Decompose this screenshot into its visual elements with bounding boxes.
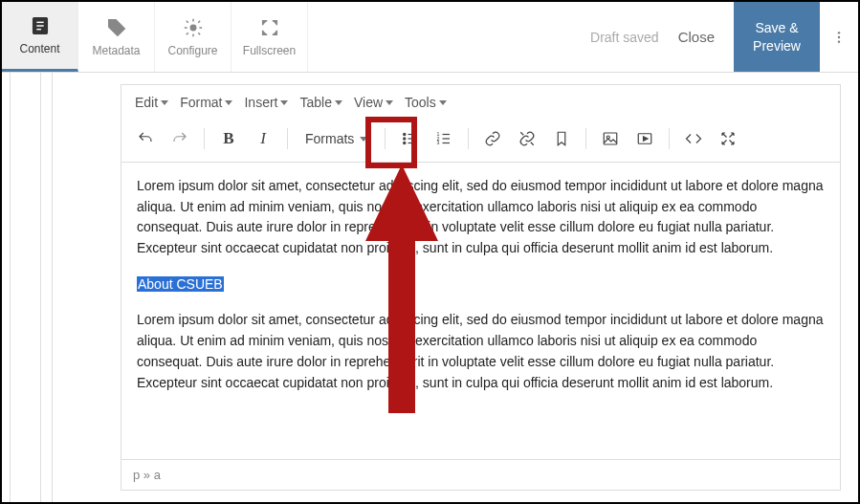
close-button[interactable]: Close: [678, 29, 715, 45]
more-menu-button[interactable]: [820, 2, 858, 72]
tab-fullscreen-label: Fullscreen: [243, 44, 296, 57]
separator: [585, 128, 586, 149]
menu-view[interactable]: View: [350, 93, 397, 112]
more-vert-icon: [831, 30, 847, 45]
anchor-button[interactable]: [547, 125, 576, 152]
menu-table[interactable]: Table: [296, 93, 345, 112]
link-icon: [484, 130, 501, 147]
undo-button[interactable]: [131, 125, 160, 152]
code-icon: [685, 130, 702, 147]
italic-button[interactable]: I: [249, 125, 277, 152]
svg-rect-23: [605, 133, 618, 144]
gutter-line: [52, 73, 53, 502]
paragraph: Lorem ipsum dolor sit amet, consectetur …: [137, 310, 825, 393]
bullet-list-icon: [401, 130, 418, 147]
svg-point-5: [190, 25, 196, 31]
paragraph: Lorem ipsum dolor sit amet, consectetur …: [137, 176, 825, 259]
unlink-icon: [518, 130, 536, 147]
svg-point-9: [404, 133, 406, 135]
top-toolbar: Content Metadata Configure Fullscreen Dr…: [2, 2, 858, 73]
number-list-button[interactable]: 123: [430, 125, 458, 152]
svg-point-6: [838, 32, 840, 33]
editor-panel: Edit Format Insert Table View Tools B I …: [121, 84, 841, 491]
editor-toolbar: B I Formats 123: [121, 120, 840, 163]
tab-configure-label: Configure: [167, 44, 217, 57]
image-icon: [602, 130, 619, 147]
svg-point-7: [838, 35, 840, 37]
tab-fullscreen[interactable]: Fullscreen: [232, 2, 308, 72]
bold-button[interactable]: B: [214, 125, 243, 152]
media-icon: [636, 130, 653, 147]
content-icon: [30, 15, 51, 36]
menu-edit[interactable]: Edit: [131, 93, 172, 112]
expand-button[interactable]: [714, 125, 742, 152]
svg-point-8: [838, 40, 840, 42]
menu-insert[interactable]: Insert: [240, 93, 292, 112]
editor-menubar: Edit Format Insert Table View Tools: [121, 85, 840, 120]
gutter-line: [10, 73, 11, 502]
undo-icon: [137, 130, 154, 147]
unlink-button[interactable]: [513, 125, 541, 152]
svg-point-11: [404, 142, 406, 143]
tab-metadata-label: Metadata: [92, 44, 140, 57]
svg-line-21: [521, 132, 524, 135]
bookmark-icon: [553, 130, 570, 147]
paragraph: About CSUEB: [137, 274, 825, 296]
separator: [468, 128, 469, 149]
number-list-icon: 123: [435, 130, 452, 147]
caret-down-icon: [225, 100, 232, 105]
menu-format[interactable]: Format: [176, 93, 236, 112]
editor-content[interactable]: Lorem ipsum dolor sit amet, consectetur …: [121, 163, 840, 459]
svg-point-4: [111, 22, 114, 25]
caret-down-icon: [439, 100, 447, 105]
tab-metadata[interactable]: Metadata: [78, 2, 155, 72]
tab-configure[interactable]: Configure: [155, 2, 232, 72]
tab-content[interactable]: Content: [2, 2, 78, 72]
tab-content-label: Content: [19, 42, 59, 55]
formats-dropdown[interactable]: Formats: [298, 131, 375, 146]
source-code-button[interactable]: [679, 125, 708, 152]
menu-tools[interactable]: Tools: [401, 93, 451, 112]
svg-text:3: 3: [437, 140, 440, 145]
fullscreen-icon: [259, 17, 280, 38]
editor-statusbar[interactable]: p » a: [121, 459, 840, 490]
separator: [669, 128, 670, 149]
caret-down-icon: [280, 100, 288, 105]
bullet-list-button[interactable]: [395, 125, 424, 152]
separator: [204, 128, 205, 149]
tag-icon: [106, 17, 127, 38]
expand-icon: [719, 130, 737, 147]
svg-line-22: [531, 142, 534, 145]
app-frame: Content Metadata Configure Fullscreen Dr…: [0, 0, 860, 504]
redo-button[interactable]: [165, 125, 194, 152]
redo-icon: [171, 130, 188, 147]
caret-down-icon: [386, 100, 393, 105]
image-button[interactable]: [596, 125, 625, 152]
svg-point-10: [404, 138, 406, 140]
gear-icon: [183, 17, 204, 38]
save-preview-button[interactable]: Save & Preview: [734, 2, 820, 72]
separator: [287, 128, 288, 149]
separator: [385, 128, 386, 149]
caret-down-icon: [161, 100, 168, 105]
link-button[interactable]: [478, 125, 507, 152]
draft-status: Draft saved: [590, 30, 659, 45]
caret-down-icon: [335, 100, 342, 105]
caret-down-icon: [360, 137, 367, 142]
selected-link[interactable]: About CSUEB: [137, 276, 224, 292]
media-button[interactable]: [630, 125, 659, 152]
gutter-line: [40, 73, 41, 502]
workspace: Edit Format Insert Table View Tools B I …: [2, 73, 858, 502]
